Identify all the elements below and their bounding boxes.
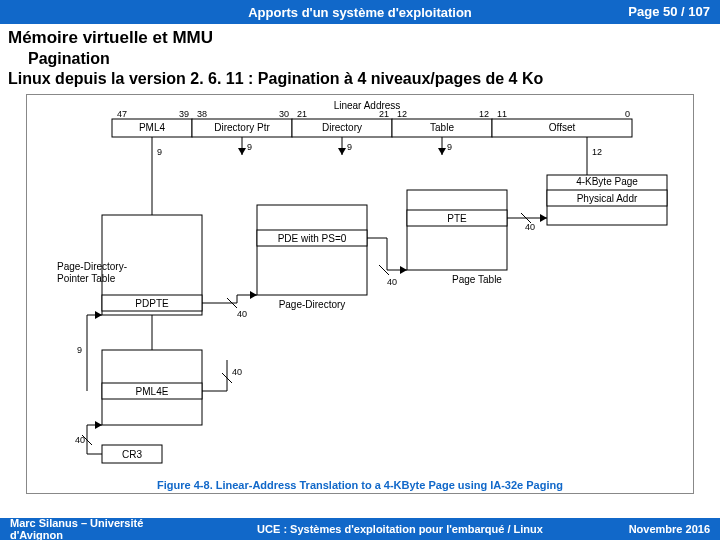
svg-marker-72 xyxy=(95,311,102,319)
svg-text:Offset: Offset xyxy=(549,122,576,133)
svg-text:12: 12 xyxy=(592,147,602,157)
svg-text:40: 40 xyxy=(237,309,247,319)
linear-address-fields: PML4 47 39 Directory Ptr 38 30 Directory… xyxy=(112,109,632,137)
svg-text:Pointer Table: Pointer Table xyxy=(57,273,116,284)
svg-text:40: 40 xyxy=(525,222,535,232)
page-number: Page 50 / 107 xyxy=(628,4,710,19)
svg-text:Page-Directory: Page-Directory xyxy=(279,299,346,310)
svg-text:Directory: Directory xyxy=(322,122,362,133)
page-table-box xyxy=(407,190,507,270)
svg-text:Table: Table xyxy=(430,122,454,133)
svg-text:9: 9 xyxy=(157,147,162,157)
footer-date: Novembre 2016 xyxy=(610,523,710,535)
diagram-svg: Linear Address PML4 47 39 Directory Ptr … xyxy=(27,95,709,491)
svg-text:Physical Addr: Physical Addr xyxy=(577,193,638,204)
svg-text:4-KByte Page: 4-KByte Page xyxy=(576,176,638,187)
footer-author: Marc Silanus – Université d'Avignon xyxy=(10,517,190,540)
svg-text:47: 47 xyxy=(117,109,127,119)
figure-caption: Figure 4-8. Linear-Address Translation t… xyxy=(27,479,693,491)
svg-text:PML4E: PML4E xyxy=(136,386,169,397)
svg-text:0: 0 xyxy=(625,109,630,119)
svg-text:Page Table: Page Table xyxy=(452,274,502,285)
svg-text:30: 30 xyxy=(279,109,289,119)
svg-text:CR3: CR3 xyxy=(122,449,142,460)
svg-marker-30 xyxy=(438,148,446,155)
svg-text:38: 38 xyxy=(197,109,207,119)
svg-text:9: 9 xyxy=(347,142,352,152)
footer-bar: Marc Silanus – Université d'Avignon UCE … xyxy=(0,518,720,540)
svg-text:PTE: PTE xyxy=(447,213,467,224)
slide-title: Apports d'un système d'exploitation xyxy=(10,5,710,20)
footer-course: UCE : Systèmes d'exploitation pour l'emb… xyxy=(190,523,610,535)
linear-address-label: Linear Address xyxy=(334,100,401,111)
svg-marker-27 xyxy=(338,148,346,155)
svg-marker-42 xyxy=(540,214,547,222)
svg-text:40: 40 xyxy=(387,277,397,287)
svg-text:9: 9 xyxy=(247,142,252,152)
svg-marker-51 xyxy=(400,266,407,274)
svg-text:21: 21 xyxy=(379,109,389,119)
svg-marker-77 xyxy=(95,421,102,429)
svg-text:21: 21 xyxy=(297,109,307,119)
svg-text:Page-Directory-: Page-Directory- xyxy=(57,261,127,272)
svg-text:9: 9 xyxy=(447,142,452,152)
page-directory-box xyxy=(257,205,367,295)
paging-diagram: Linear Address PML4 47 39 Directory Ptr … xyxy=(26,94,694,494)
header-bar: Apports d'un système d'exploitation Page… xyxy=(0,0,720,24)
svg-text:PDE with PS=0: PDE with PS=0 xyxy=(278,233,347,244)
svg-text:40: 40 xyxy=(232,367,242,377)
svg-text:12: 12 xyxy=(479,109,489,119)
svg-text:Directory Ptr: Directory Ptr xyxy=(214,122,270,133)
content-area: Mémoire virtuelle et MMU Pagination Linu… xyxy=(0,24,720,494)
svg-text:11: 11 xyxy=(497,109,507,119)
heading-1: Mémoire virtuelle et MMU xyxy=(8,28,712,48)
heading-2: Pagination xyxy=(28,50,712,68)
svg-marker-61 xyxy=(250,291,257,299)
svg-marker-24 xyxy=(238,148,246,155)
svg-text:PML4: PML4 xyxy=(139,122,166,133)
svg-text:12: 12 xyxy=(397,109,407,119)
svg-text:39: 39 xyxy=(179,109,189,119)
body-text: Linux depuis la version 2. 6. 11 : Pagin… xyxy=(8,70,712,88)
svg-text:9: 9 xyxy=(77,345,82,355)
svg-text:PDPTE: PDPTE xyxy=(135,298,169,309)
